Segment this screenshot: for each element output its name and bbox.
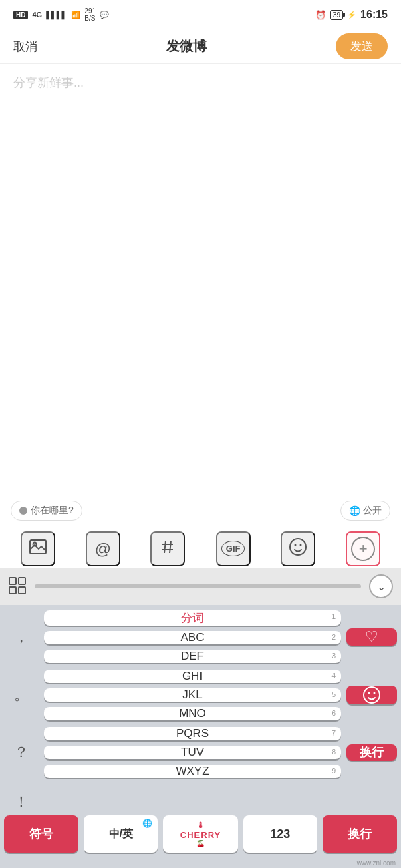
left-special: ， [4, 620, 39, 654]
enter-label: 换行 [348, 826, 372, 842]
hashtag-button[interactable] [150, 531, 185, 566]
bottom-left-symbol: ！ [4, 785, 397, 819]
signal-icon: ▌▌▌▌ [46, 11, 67, 19]
watermark: www.zni.com [357, 859, 396, 867]
compose-placeholder: 分享新鲜事... [13, 76, 84, 89]
collapse-button[interactable]: ⌄ [369, 574, 393, 598]
nav-bar: 取消 发微博 发送 [0, 29, 401, 64]
jkl-key[interactable]: 5 JKL [44, 688, 341, 702]
keyboard-row-3: ？ 7 PQRS 8 TUV 9 WXYZ 换行 [4, 727, 397, 778]
icon-toolbar: @ GIF + [0, 529, 401, 568]
svg-rect-11 [9, 587, 16, 594]
cancel-button[interactable]: 取消 [13, 39, 37, 55]
bottom-keyboard-row: 符号 🌐 中/英 🌡 CHERRY 🍒 123 换行 [0, 813, 401, 858]
public-label: 公开 [363, 505, 382, 517]
left-special-4: ！ [4, 785, 39, 819]
newline-key[interactable]: 换行 [346, 744, 397, 761]
battery-indicator: 39 [330, 10, 343, 20]
location-label: 你在哪里? [31, 505, 74, 517]
question-key[interactable]: ？ [4, 735, 39, 770]
input-mode-key[interactable]: 🌐 中/英 [84, 815, 158, 853]
status-left: HD 4G ▌▌▌▌ 📶 291B/S 💬 [13, 7, 109, 22]
key-number-2: 2 [331, 634, 336, 641]
status-bar: HD 4G ▌▌▌▌ 📶 291B/S 💬 ⏰ 39 ⚡ 16:15 [0, 0, 401, 29]
svg-point-6 [290, 539, 306, 555]
comma-key[interactable]: ， [4, 620, 39, 654]
svg-point-15 [374, 692, 376, 694]
gif-button[interactable]: GIF [216, 531, 251, 566]
main-keys-row2: 4 GHI 5 JKL 6 MNO [44, 670, 341, 720]
keyboard-row-2: 。 4 GHI 5 JKL 6 MNO [4, 670, 397, 720]
symbol-label: 符号 [29, 826, 53, 842]
bolt-icon: ⚡ [347, 11, 356, 19]
ghi-key[interactable]: 4 GHI [44, 670, 341, 683]
pqrs-key[interactable]: 7 PQRS [44, 727, 341, 740]
plus-icon: + [351, 537, 375, 561]
svg-rect-12 [19, 587, 25, 594]
heart-icon: ♡ [365, 628, 378, 646]
heart-key[interactable]: ♡ [346, 628, 397, 646]
image-icon [29, 539, 47, 559]
globe-icon: 🌐 [349, 505, 360, 516]
abc-key[interactable]: 2 ABC [44, 631, 341, 644]
hashtag-icon [160, 539, 176, 559]
mno-key[interactable]: 6 MNO [44, 707, 341, 720]
location-dot [19, 507, 27, 515]
smiley-icon [362, 686, 381, 704]
public-button[interactable]: 🌐 公开 [340, 501, 390, 521]
send-button[interactable]: 发送 [336, 33, 388, 59]
right-special-row2 [346, 686, 397, 704]
period-key[interactable]: 。 [4, 678, 39, 712]
wifi-icon: 📶 [71, 11, 80, 19]
svg-point-8 [299, 544, 301, 546]
svg-rect-9 [9, 578, 16, 584]
svg-line-4 [164, 541, 166, 553]
toolbar-row: 你在哪里? 🌐 公开 [0, 493, 401, 527]
numbers-label: 123 [270, 827, 290, 841]
battery-level: 39 [333, 11, 340, 19]
location-button[interactable]: 你在哪里? [11, 501, 82, 521]
enter-key[interactable]: 换行 [323, 815, 397, 853]
wechat-icon: 💬 [100, 11, 109, 19]
image-button[interactable] [21, 531, 55, 566]
keyboard-rows: ， 1 分词 2 ABC 3 DEF ♡ [0, 605, 401, 819]
alarm-icon: ⏰ [315, 10, 326, 20]
grid-button[interactable] [8, 576, 27, 597]
svg-point-7 [294, 544, 296, 546]
key-number-5: 5 [331, 691, 336, 698]
key-number-7: 7 [331, 730, 336, 737]
emoji-icon [289, 537, 307, 560]
network-icon: 4G [32, 11, 42, 19]
right-special-row1: ♡ [346, 628, 397, 646]
mention-button[interactable]: @ [86, 531, 120, 566]
keyboard: ， 1 分词 2 ABC 3 DEF ♡ [0, 605, 401, 868]
input-mode-label: 中/英 [109, 827, 133, 841]
main-keys-row3: 7 PQRS 8 TUV 9 WXYZ [44, 727, 341, 778]
key-number-1: 1 [331, 613, 336, 620]
chevron-down-icon: ⌄ [377, 580, 386, 593]
tuv-key[interactable]: 8 TUV [44, 746, 341, 759]
cherry-key[interactable]: 🌡 CHERRY 🍒 [163, 815, 237, 853]
mno-label: MNO [179, 707, 206, 720]
keyboard-row-1: ， 1 分词 2 ABC 3 DEF ♡ [4, 610, 397, 663]
svg-line-5 [170, 541, 171, 553]
fen-ci-key[interactable]: 1 分词 [44, 610, 341, 626]
fen-ci-label: 分词 [181, 610, 204, 626]
compose-area[interactable]: 分享新鲜事... [0, 64, 401, 345]
gif-icon: GIF [221, 541, 245, 556]
plus-button[interactable]: + [346, 531, 380, 566]
key-number-8: 8 [331, 748, 336, 756]
emoji-button[interactable] [281, 531, 315, 566]
smiley-key[interactable] [346, 686, 397, 704]
wifi-speed: 291B/S [84, 7, 96, 22]
left-special-2: 。 [4, 678, 39, 712]
jkl-label: JKL [182, 688, 202, 702]
tuv-label: TUV [181, 746, 204, 759]
symbol-key[interactable]: 符号 [4, 815, 78, 853]
exclaim-key[interactable]: ！ [4, 785, 39, 819]
def-key[interactable]: 3 DEF [44, 650, 341, 663]
key-number-9: 9 [331, 767, 336, 775]
numbers-key[interactable]: 123 [243, 815, 317, 853]
clock-time: 16:15 [360, 9, 388, 21]
wxyz-key[interactable]: 9 WXYZ [44, 765, 341, 778]
